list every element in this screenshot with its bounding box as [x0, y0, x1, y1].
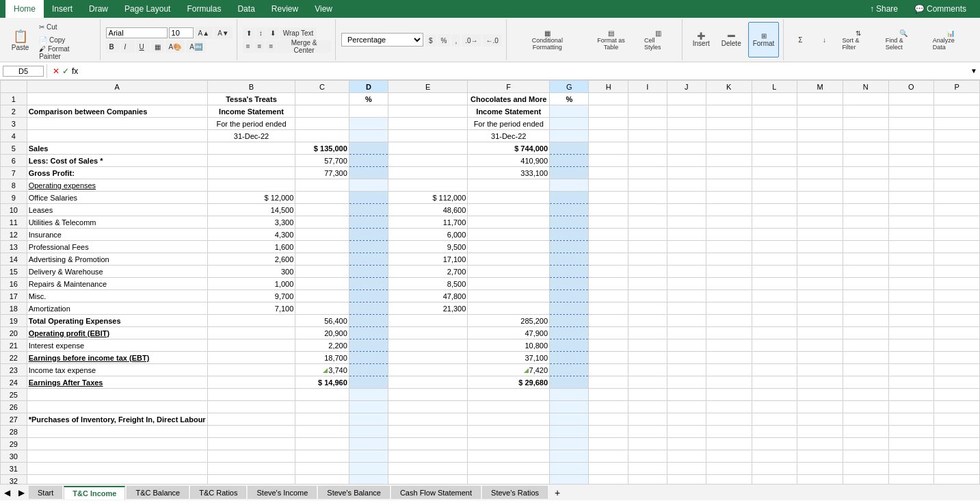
cell-B11[interactable]: 3,300 — [207, 216, 295, 229]
comma-button[interactable]: , — [451, 34, 460, 47]
cell-E15[interactable]: 2,700 — [388, 266, 468, 278]
cell-F4[interactable]: 31-Dec-22 — [468, 130, 550, 142]
cell-F25[interactable] — [468, 389, 550, 401]
col-header-a[interactable]: A — [27, 81, 207, 93]
cell-P18[interactable] — [934, 302, 980, 315]
cell-H23[interactable] — [589, 364, 628, 376]
cell-C28[interactable] — [295, 426, 349, 438]
cell-E16[interactable]: 8,500 — [388, 278, 468, 290]
cell-F16[interactable] — [468, 278, 550, 290]
cell-O5[interactable] — [888, 142, 934, 155]
cell-C30[interactable] — [295, 450, 349, 463]
sheet-tab-steves-income[interactable]: Steve's Income — [248, 486, 317, 499]
cell-D13[interactable] — [349, 241, 388, 253]
cell-H7[interactable] — [589, 167, 628, 179]
cell-A15[interactable]: Delivery & Warehouse — [27, 266, 207, 278]
cell-A28[interactable] — [27, 426, 207, 438]
cell-M21[interactable] — [797, 339, 843, 352]
cell-E21[interactable] — [388, 339, 468, 352]
cell-E22[interactable] — [388, 352, 468, 364]
cell-G11[interactable] — [550, 216, 589, 229]
cell-J20[interactable] — [667, 327, 706, 339]
cell-O14[interactable] — [888, 253, 934, 266]
cell-A16[interactable]: Repairs & Maintenance — [27, 278, 207, 290]
cell-D28[interactable] — [349, 426, 388, 438]
cell-H19[interactable] — [589, 315, 628, 327]
cell-H18[interactable] — [589, 302, 628, 315]
cell-G5[interactable] — [550, 142, 589, 155]
cell-N11[interactable] — [843, 216, 888, 229]
cell-M30[interactable] — [797, 450, 843, 463]
cell-K15[interactable] — [706, 266, 752, 278]
cell-H12[interactable] — [589, 229, 628, 241]
cell-C6[interactable]: 57,700 — [295, 155, 349, 167]
cell-E11[interactable]: 11,700 — [388, 216, 468, 229]
cell-E8[interactable] — [388, 179, 468, 192]
wrap-text-button[interactable]: Wrap Text — [280, 27, 317, 40]
cell-H14[interactable] — [589, 253, 628, 266]
cell-C31[interactable] — [295, 463, 349, 475]
cell-A8[interactable]: Operating expenses — [27, 179, 207, 192]
cell-P1[interactable] — [934, 93, 980, 105]
cell-L4[interactable] — [752, 130, 797, 142]
col-header-d[interactable]: D — [349, 81, 388, 93]
cell-M10[interactable] — [797, 204, 843, 216]
cell-J4[interactable] — [667, 130, 706, 142]
cell-B1[interactable]: Tessa's Treats — [207, 93, 295, 105]
cell-F21[interactable]: 10,800 — [468, 339, 550, 352]
cell-C19[interactable]: 56,400 — [295, 315, 349, 327]
cell-L29[interactable] — [752, 438, 797, 450]
fill-color-button[interactable]: A🎨 — [165, 40, 185, 53]
cell-G31[interactable] — [550, 463, 589, 475]
cell-M2[interactable] — [797, 105, 843, 118]
cell-L28[interactable] — [752, 426, 797, 438]
cell-A18[interactable]: Amortization — [27, 302, 207, 315]
cell-F24[interactable]: $ 29,680 — [468, 376, 550, 389]
cell-E30[interactable] — [388, 450, 468, 463]
cell-P26[interactable] — [934, 401, 980, 413]
cell-M22[interactable] — [797, 352, 843, 364]
tab-review[interactable]: Review — [263, 0, 306, 18]
cell-K13[interactable] — [706, 241, 752, 253]
cell-M8[interactable] — [797, 179, 843, 192]
cell-I7[interactable] — [628, 167, 667, 179]
cell-P10[interactable] — [934, 204, 980, 216]
cell-reference-box[interactable] — [3, 66, 44, 77]
cell-P7[interactable] — [934, 167, 980, 179]
cell-F18[interactable] — [468, 302, 550, 315]
cancel-formula-icon[interactable]: ✕ — [53, 66, 59, 76]
cell-P13[interactable] — [934, 241, 980, 253]
cell-H1[interactable] — [589, 93, 628, 105]
cell-P2[interactable] — [934, 105, 980, 118]
cell-N21[interactable] — [843, 339, 888, 352]
cell-A6[interactable]: Less: Cost of Sales * — [27, 155, 207, 167]
cell-L16[interactable] — [752, 278, 797, 290]
cell-O4[interactable] — [888, 130, 934, 142]
cell-L19[interactable] — [752, 315, 797, 327]
col-header-m[interactable]: M — [797, 81, 843, 93]
cell-M11[interactable] — [797, 216, 843, 229]
cell-M18[interactable] — [797, 302, 843, 315]
cell-A13[interactable]: Professional Fees — [27, 241, 207, 253]
cut-button[interactable]: ✂ Cut — [36, 21, 95, 33]
cell-E26[interactable] — [388, 401, 468, 413]
cell-F6[interactable]: 410,900 — [468, 155, 550, 167]
cell-F28[interactable] — [468, 426, 550, 438]
cell-G28[interactable] — [550, 426, 589, 438]
cell-E2[interactable] — [388, 105, 468, 118]
cell-H26[interactable] — [589, 401, 628, 413]
sheet-tab-tc-ratios[interactable]: T&C Ratios — [190, 486, 246, 499]
cell-K26[interactable] — [706, 401, 752, 413]
cell-M26[interactable] — [797, 401, 843, 413]
cell-P32[interactable] — [934, 475, 980, 485]
cell-O18[interactable] — [888, 302, 934, 315]
cell-E5[interactable] — [388, 142, 468, 155]
cell-K7[interactable] — [706, 167, 752, 179]
cell-G9[interactable] — [550, 192, 589, 204]
insert-function-icon[interactable]: fx — [72, 66, 78, 76]
cell-C4[interactable] — [295, 130, 349, 142]
cell-N31[interactable] — [843, 463, 888, 475]
cell-B22[interactable] — [207, 352, 295, 364]
tab-formulas[interactable]: Formulas — [178, 0, 229, 18]
sheet-tab-steves-balance[interactable]: Steve's Balance — [318, 486, 390, 499]
